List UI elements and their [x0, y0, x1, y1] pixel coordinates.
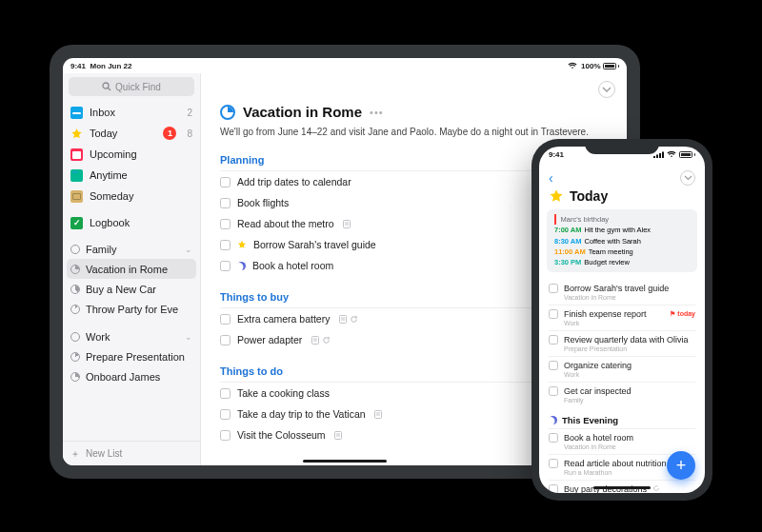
project-progress-icon [70, 305, 80, 314]
iphone-title-row: Today [539, 188, 705, 209]
ipad-date: Mon Jun 22 [90, 62, 131, 70]
svg-point-0 [103, 83, 109, 89]
evening-label: This Evening [562, 415, 618, 425]
checkbox[interactable] [220, 314, 231, 325]
inbox-icon [70, 107, 83, 119]
task-title: Take a cooking class [237, 387, 330, 399]
ipad-time: 9:41 [70, 62, 86, 70]
checkbox[interactable] [549, 386, 558, 396]
calendar-event[interactable]: 3:30 PMBudget review [554, 257, 692, 267]
checkbox[interactable] [549, 309, 558, 319]
checkbox[interactable] [220, 261, 231, 271]
sidebar-project[interactable]: Vacation in Rome [67, 259, 196, 279]
notes-icon [374, 410, 383, 419]
ellipsis-icon[interactable]: ••• [370, 107, 384, 118]
chevron-down-icon: ⌄ [185, 245, 192, 254]
task-row[interactable]: Organize cateringWork [549, 356, 695, 382]
add-button[interactable]: + [667, 451, 695, 480]
checkbox[interactable] [220, 409, 231, 420]
checkbox[interactable] [220, 240, 231, 250]
calendar-event[interactable]: 8:30 AMCoffee with Sarah [554, 236, 692, 246]
sidebar-item-inbox[interactable]: Inbox2 [63, 102, 200, 123]
event-title: Marc's birthday [561, 214, 610, 225]
iphone-nav-bar: ‹ [539, 167, 705, 188]
sidebar-item-upcoming[interactable]: Upcoming [63, 144, 200, 165]
more-menu-button[interactable] [598, 81, 615, 98]
svg-line-1 [109, 89, 111, 91]
checkbox[interactable] [549, 284, 558, 293]
sidebar-area-header[interactable]: Work⌄ [63, 326, 200, 346]
plus-icon: + [676, 456, 687, 476]
task-row[interactable]: Get car inspectedFamily [549, 382, 695, 407]
checkbox[interactable] [220, 388, 231, 399]
battery-pct: 100% [581, 62, 600, 70]
home-indicator [593, 486, 651, 489]
checkbox[interactable] [220, 177, 231, 187]
checkbox[interactable] [220, 219, 231, 229]
event-title: Budget review [584, 257, 630, 267]
sidebar-item-today[interactable]: Today18 [63, 123, 200, 144]
sidebar-item-label: Upcoming [90, 148, 192, 160]
back-button[interactable]: ‹ [549, 170, 553, 186]
task-row[interactable]: Finish expense report⚑ todayWork [549, 305, 695, 330]
project-progress-icon [220, 105, 235, 120]
sidebar-project[interactable]: Prepare Presentation [63, 346, 200, 366]
calendar-event[interactable]: 7:00 AMHit the gym with Alex [554, 225, 692, 235]
area-label: Work [86, 331, 179, 343]
svg-rect-17 [653, 156, 655, 158]
project-title: Vacation in Rome [243, 104, 362, 120]
calendar-event[interactable]: 11:00 AMTeam meeting [554, 246, 692, 257]
task-title: Read article about nutrition [564, 459, 667, 468]
more-menu-button[interactable] [680, 170, 695, 186]
iphone-device: 9:41 ‹ Today Marc's birthday7:00 AMHit t… [531, 139, 712, 501]
notch [585, 139, 659, 154]
project-notes[interactable]: We'll go from June 14–22 and visit Jane … [220, 126, 608, 139]
calendar-card[interactable]: Marc's birthday7:00 AMHit the gym with A… [547, 209, 697, 272]
moon-icon [549, 416, 557, 424]
search-input[interactable]: Quick Find [69, 77, 194, 96]
sidebar-nav: Inbox2 Today18 Upcoming Anytime Someday … [63, 102, 200, 239]
sidebar-project[interactable]: Buy a New Car [63, 279, 200, 299]
task-subtitle: Vacation in Rome [564, 294, 695, 301]
svg-rect-18 [656, 154, 658, 158]
checkbox[interactable] [549, 459, 558, 468]
sidebar-project[interactable]: Onboard James [63, 366, 200, 386]
chevron-down-icon [603, 88, 611, 92]
notes-icon [338, 315, 347, 324]
sidebar-item-count: 8 [187, 128, 192, 139]
task-subtitle: Family [564, 397, 695, 404]
svg-rect-20 [662, 151, 664, 158]
task-row[interactable]: Book a hotel roomVacation in Rome [549, 428, 695, 454]
checkbox[interactable] [549, 433, 558, 443]
chevron-down-icon: ⌄ [185, 332, 192, 342]
task-row[interactable]: Review quarterly data with OliviaPrepare… [549, 330, 695, 356]
task-title: Power adapter [237, 334, 302, 345]
sidebar-area-header[interactable]: Family⌄ [63, 239, 200, 259]
sidebar-item-someday[interactable]: Someday [63, 186, 200, 207]
task-row[interactable]: Borrow Sarah's travel guideVacation in R… [549, 280, 695, 305]
checkbox[interactable] [220, 335, 231, 345]
star-icon [237, 240, 247, 249]
checkbox[interactable] [220, 198, 231, 208]
event-title: Coffee with Sarah [584, 236, 640, 246]
checkbox[interactable] [549, 361, 558, 370]
sidebar-project[interactable]: Throw Party for Eve [63, 299, 200, 319]
notes-icon [311, 336, 319, 345]
project-label: Throw Party for Eve [86, 304, 178, 315]
sidebar-item-anytime[interactable]: Anytime [63, 165, 200, 186]
calendar-event[interactable]: Marc's birthday [554, 214, 692, 225]
iphone-screen: 9:41 ‹ Today Marc's birthday7:00 AMHit t… [539, 147, 705, 493]
task-title: Take a day trip to the Vatican [237, 408, 366, 420]
logbook-icon [70, 217, 83, 229]
repeat-icon [322, 336, 331, 345]
new-list-button[interactable]: ＋New List [63, 441, 200, 465]
sidebar-item-label: Logbook [90, 217, 192, 228]
stack-icon [70, 169, 83, 182]
checkbox[interactable] [549, 484, 558, 493]
task-title: Book a hotel room [252, 260, 333, 271]
sidebar-item-logbook[interactable]: Logbook [63, 212, 200, 233]
project-progress-icon [70, 352, 80, 362]
project-label: Vacation in Rome [86, 264, 168, 275]
checkbox[interactable] [549, 335, 558, 345]
project-progress-icon [70, 265, 80, 274]
